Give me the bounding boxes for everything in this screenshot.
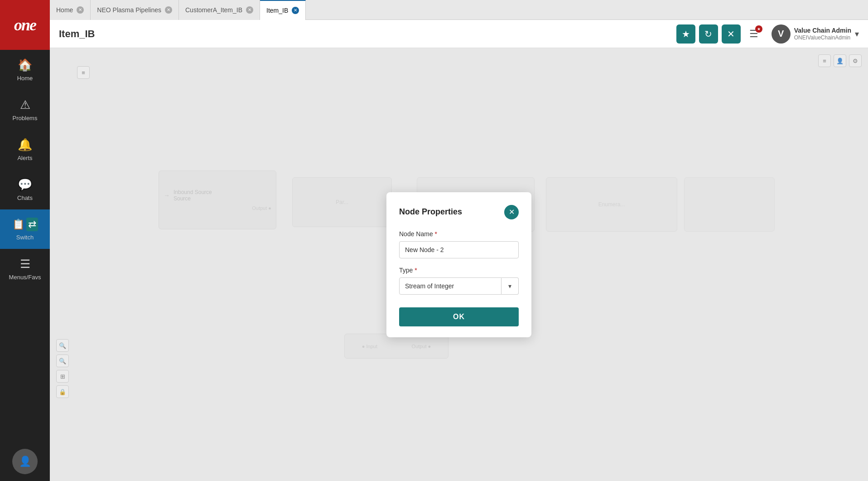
tab-home[interactable]: Home ✕: [50, 0, 91, 20]
user-avatar: V: [772, 24, 791, 44]
toolbar: Item_IB ★ ↻ ✕ ☰ ★ V Value Chain Admin: [50, 20, 868, 48]
user-info: V Value Chain Admin ONEIValueChainAdmin …: [772, 24, 859, 44]
user-name: Value Chain Admin: [794, 26, 851, 34]
type-select[interactable]: Stream of Integer: [399, 277, 502, 295]
logo-text: one: [14, 15, 36, 34]
close-icon: ✕: [727, 29, 735, 39]
sidebar-item-chats[interactable]: 💬 Chats: [0, 170, 50, 209]
star-icon: ★: [682, 29, 690, 39]
switch-icon: ⇄: [26, 218, 38, 231]
node-name-field: Node Name *: [399, 230, 519, 267]
favorite-button[interactable]: ★: [676, 24, 695, 44]
modal-close-button[interactable]: ✕: [504, 205, 519, 219]
chat-icon: 💬: [18, 178, 32, 192]
node-name-input[interactable]: [399, 241, 519, 258]
sidebar-item-label: Alerts: [17, 155, 32, 161]
type-label: Type *: [399, 267, 519, 274]
home-icon: 🏠: [18, 58, 32, 72]
sidebar-item-problems[interactable]: ⚠ Problems: [0, 90, 50, 130]
toolbar-actions: ★ ↻ ✕ ☰ ★ V Value Chain Admin ONEIValueC…: [676, 24, 859, 44]
avatar-initial: V: [778, 29, 784, 39]
canvas-area: ≡ 👤 ⚙ ≡ → Inbound SourceSource Output ● …: [50, 48, 868, 481]
dropdown-arrow-icon[interactable]: ▾: [855, 29, 859, 39]
user-text: Value Chain Admin ONEIValueChainAdmin: [794, 26, 851, 42]
tab-neo[interactable]: NEO Plasma Pipelines ✕: [91, 0, 179, 20]
notification-button[interactable]: ☰ ★: [744, 24, 763, 44]
ok-button[interactable]: OK: [399, 307, 519, 326]
tab-close-home[interactable]: ✕: [77, 6, 84, 14]
sidebar-item-label: Chats: [17, 194, 33, 201]
tab-label: NEO Plasma Pipelines: [97, 6, 161, 14]
modal-title: Node Properties: [399, 207, 462, 217]
tab-itemib[interactable]: Item_IB ✕: [260, 0, 306, 20]
menu-icon: ☰: [20, 257, 30, 271]
sidebar-item-switch[interactable]: 📋 ⇄ Switch: [0, 209, 50, 249]
main-content: Home ✕ NEO Plasma Pipelines ✕ CustomerA_…: [50, 0, 868, 481]
sidebar-item-label: Home: [17, 75, 33, 82]
user-id: ONEIValueChainAdmin: [794, 34, 851, 42]
tab-label: CustomerA_Item_IB: [185, 6, 242, 14]
sidebar-user-avatar[interactable]: 👤: [12, 449, 38, 474]
sidebar-item-label: Menus/Favs: [9, 274, 41, 281]
sidebar-item-home[interactable]: 🏠 Home: [0, 50, 50, 90]
tab-bar: Home ✕ NEO Plasma Pipelines ✕ CustomerA_…: [50, 0, 868, 20]
required-star-type: *: [415, 267, 417, 274]
select-dropdown-arrow-icon[interactable]: ▾: [502, 277, 519, 295]
notification-badge: ★: [755, 25, 762, 33]
page-title: Item_IB: [59, 28, 676, 40]
sidebar-item-label: Problems: [13, 115, 38, 121]
sidebar-item-label: Switch: [16, 234, 34, 241]
app-logo[interactable]: one: [0, 0, 50, 50]
tab-close-customerA[interactable]: ✕: [246, 6, 253, 14]
required-star: *: [435, 230, 437, 238]
tab-label: Home: [56, 6, 73, 14]
refresh-icon: ↻: [704, 29, 712, 39]
avatar-icon: 👤: [19, 456, 31, 467]
modal-header: Node Properties ✕: [399, 205, 519, 219]
refresh-button[interactable]: ↻: [699, 24, 718, 44]
close-button[interactable]: ✕: [722, 24, 741, 44]
node-properties-modal: Node Properties ✕ Node Name * Type *: [386, 192, 531, 337]
modal-overlay: Node Properties ✕ Node Name * Type *: [50, 48, 868, 481]
sidebar-item-menus[interactable]: ☰ Menus/Favs: [0, 249, 50, 289]
node-name-label: Node Name *: [399, 230, 519, 238]
warning-icon: ⚠: [20, 98, 30, 112]
type-field: Type * Stream of Integer ▾: [399, 267, 519, 295]
tab-customerA[interactable]: CustomerA_Item_IB ✕: [179, 0, 260, 20]
tab-close-itemib[interactable]: ✕: [292, 7, 299, 14]
bell-icon: 🔔: [18, 138, 32, 152]
tab-close-neo[interactable]: ✕: [165, 6, 172, 14]
sidebar-item-alerts[interactable]: 🔔 Alerts: [0, 130, 50, 170]
type-select-row: Stream of Integer ▾: [399, 277, 519, 295]
tab-label: Item_IB: [266, 7, 288, 14]
layers-icon: 📋: [12, 219, 24, 230]
sidebar: one 🏠 Home ⚠ Problems 🔔 Alerts 💬 Chats 📋…: [0, 0, 50, 481]
sidebar-bottom: 👤: [0, 442, 50, 481]
